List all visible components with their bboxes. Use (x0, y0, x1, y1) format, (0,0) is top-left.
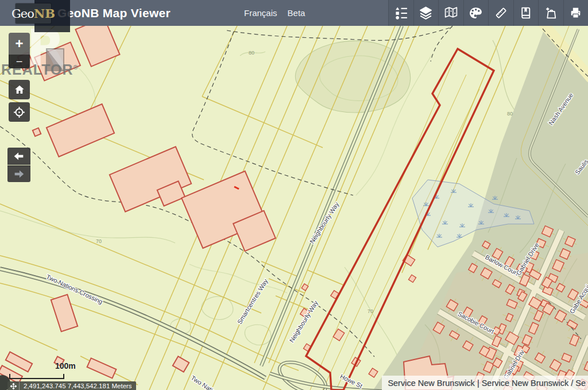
home-button[interactable] (9, 80, 30, 99)
back-arrow-icon (13, 150, 25, 163)
palette-icon (469, 6, 483, 20)
legend-button[interactable] (388, 0, 413, 26)
coordinate-readout: 2,491,243.745 7,443,542.181 Meters (20, 383, 136, 389)
bookmark-book-icon (519, 6, 533, 20)
zoom-out-button[interactable]: − (9, 55, 30, 68)
back-button[interactable] (7, 148, 30, 165)
forward-arrow-icon (13, 168, 25, 180)
contour-elevation-label: 70 (368, 308, 373, 314)
basemap-button[interactable] (438, 0, 463, 26)
map-toolbar (388, 0, 588, 26)
map-canvas[interactable]: Two Nations CrossingTwo NatioSmartcentre… (0, 26, 588, 390)
header-links: Français Beta (244, 0, 305, 26)
geonb-map-viewer-app: GeoNB GeoNB Map Viewer Français Beta (0, 0, 588, 390)
layers-icon (419, 6, 433, 20)
print-button[interactable] (563, 0, 588, 26)
legend-icon (394, 6, 408, 20)
printer-icon (568, 6, 583, 20)
logo-text-nb: NB (34, 6, 55, 21)
measure-button[interactable] (488, 0, 513, 26)
bookmarks-button[interactable] (513, 0, 539, 26)
geonb-logo[interactable]: GeoNB (16, 3, 51, 24)
scale-bar (9, 374, 64, 379)
coordinate-bar: 2,491,243.745 7,443,542.181 Meters (7, 381, 136, 390)
ruler-icon (494, 6, 508, 20)
crosshair-icon[interactable] (7, 381, 20, 390)
add-data-button[interactable] (538, 0, 563, 26)
basemap-icon (444, 6, 458, 20)
draw-button[interactable] (463, 0, 489, 26)
locate-button[interactable] (9, 102, 30, 122)
layers-button[interactable] (413, 0, 439, 26)
attribution-text: Service New Brunswick | Service New Brun… (382, 376, 588, 390)
home-icon (13, 83, 26, 96)
page-title: GeoNB Map Viewer (57, 0, 171, 26)
contour-elevation-label: 70 (96, 238, 102, 244)
beta-link[interactable]: Beta (288, 8, 305, 18)
forward-button[interactable] (7, 165, 30, 182)
zoom-in-button[interactable]: + (9, 33, 30, 55)
language-toggle-link[interactable]: Français (244, 8, 277, 18)
contour-elevation-label: 80 (249, 50, 254, 56)
logo-text-geo: Geo (11, 7, 34, 21)
contour-elevation-label: 80 (507, 111, 513, 117)
locate-icon (13, 106, 26, 119)
add-shapefile-icon (544, 6, 558, 20)
scale-label: 100m (55, 361, 76, 370)
